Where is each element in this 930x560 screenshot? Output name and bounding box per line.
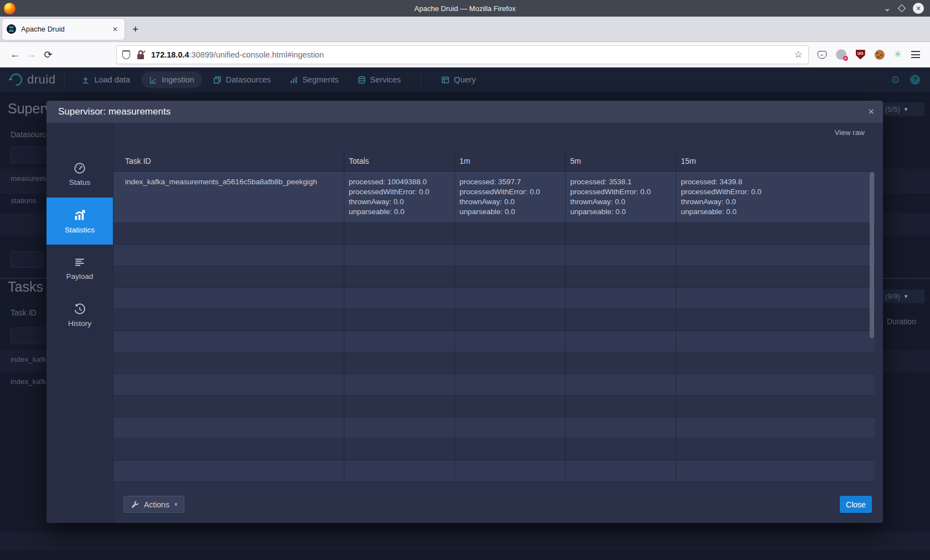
table-cell — [113, 245, 344, 266]
tab-close-icon[interactable]: ✕ — [110, 24, 120, 34]
nav-item-ingestion[interactable]: Ingestion — [141, 71, 202, 88]
table-row — [113, 288, 875, 309]
bookmark-star-icon[interactable]: ☆ — [794, 49, 803, 60]
ingestion-icon — [149, 76, 157, 84]
table-cell — [455, 245, 566, 266]
table-row — [113, 223, 875, 245]
table-cell — [566, 223, 676, 244]
table-cell — [344, 223, 455, 244]
table-header-row: Task ID Totals 1m 5m 15m — [113, 151, 875, 172]
table-row: index_kafka_measurements_a5616c5ba8afb8b… — [113, 172, 875, 223]
nav-separator — [64, 74, 65, 86]
badge-label: (9/9) — [885, 292, 900, 300]
table-scrollbar[interactable] — [870, 172, 874, 338]
datasources-icon — [213, 76, 221, 84]
table-cell — [344, 245, 455, 266]
table-cell — [455, 266, 566, 287]
table-row — [113, 352, 875, 374]
nav-item-datasources[interactable]: Datasources — [205, 71, 278, 88]
nav-item-services[interactable]: Services — [350, 71, 409, 88]
column-header-15m[interactable]: 15m — [676, 151, 875, 171]
nav-item-label: Load data — [94, 75, 130, 84]
forward-button[interactable]: → — [23, 49, 40, 60]
table-cell — [344, 417, 455, 438]
firefox-window: Apache Druid — Mozilla Firefox ⌄ ✕ Apach… — [0, 0, 930, 560]
table-row — [113, 396, 875, 417]
table-cell — [455, 331, 566, 352]
column-header-totals[interactable]: Totals — [344, 151, 455, 171]
browser-tab[interactable]: Apache Druid ✕ — [2, 19, 125, 40]
column-header-5m[interactable]: 5m — [566, 151, 676, 171]
table-cell — [113, 374, 344, 395]
settings-gear-icon[interactable]: ⚙ — [891, 74, 900, 86]
window-close-icon[interactable]: ✕ — [913, 3, 924, 14]
dialog-footer: Actions ▾ Close — [113, 489, 883, 523]
table-cell — [676, 331, 875, 352]
window-maximize-icon[interactable] — [898, 4, 906, 12]
datasource-column-header[interactable]: Datasource — [11, 130, 50, 139]
table-cell — [344, 352, 455, 374]
new-tab-button[interactable]: + — [132, 23, 138, 35]
totals-cell: processed: 10049388.0processedWithError:… — [344, 172, 455, 222]
nav-item-label: Datasources — [226, 75, 271, 84]
task-id-cell[interactable]: index_kafka — [11, 377, 50, 386]
task-id-cell[interactable]: index_kafka — [11, 355, 50, 364]
browser-toolbar: ← → ⟳ 172.18.0.4:30899/unified-console.h… — [0, 42, 930, 68]
close-button[interactable]: Close — [840, 496, 872, 513]
nav-item-query[interactable]: Query — [433, 71, 484, 88]
dialog-close-icon[interactable]: ✕ — [867, 107, 875, 117]
services-icon — [358, 76, 366, 84]
window-minimize-icon[interactable]: ⌄ — [884, 6, 891, 11]
table-cell — [344, 288, 455, 309]
caret-down-icon: ▾ — [174, 501, 178, 508]
view-raw-link[interactable]: View raw — [834, 128, 865, 137]
help-icon[interactable]: ? — [910, 75, 920, 85]
tasks-count-badge[interactable]: (9/9) ▾ — [880, 289, 924, 303]
column-header-1m[interactable]: 1m — [455, 151, 566, 171]
table-cell — [566, 288, 676, 309]
tab-bar: Apache Druid ✕ + — [0, 17, 930, 42]
table-cell — [455, 417, 566, 438]
nav-item-label: Services — [370, 75, 401, 84]
badge-label: (5/5) — [885, 105, 900, 113]
tracking-protection-shield-icon[interactable] — [122, 50, 130, 59]
druid-logo-icon — [9, 72, 23, 87]
nav-item-segments[interactable]: Segments — [282, 71, 346, 88]
table-cell — [344, 266, 455, 287]
table-cell — [113, 331, 344, 352]
table-cell — [113, 266, 344, 287]
account-icon[interactable]: ✕ — [836, 49, 846, 60]
extension-asterisk-icon[interactable]: ✳ — [894, 49, 902, 60]
table-cell — [344, 396, 455, 417]
tab-history[interactable]: History — [46, 292, 113, 339]
druid-favicon-icon — [7, 24, 16, 34]
pocket-icon[interactable]: ⌄ — [818, 51, 826, 59]
nav-item-load-data[interactable]: Load data — [74, 71, 138, 88]
table-cell — [566, 266, 676, 287]
actions-button[interactable]: Actions ▾ — [123, 496, 184, 513]
dashboard-gauge-icon — [74, 162, 86, 174]
nav-item-label: Query — [454, 75, 476, 84]
close-button-label: Close — [846, 500, 866, 509]
supervisor-datasource-cell[interactable]: stations — [11, 196, 37, 205]
tab-status[interactable]: Status — [46, 151, 113, 198]
ublock-extension-icon[interactable]: UO — [856, 50, 865, 60]
druid-brand[interactable]: druid — [9, 72, 55, 87]
back-button[interactable]: ← — [7, 49, 23, 60]
cookie-extension-icon[interactable] — [875, 50, 885, 60]
tab-payload[interactable]: Payload — [46, 245, 113, 292]
table-cell — [676, 266, 875, 287]
table-cell — [344, 331, 455, 352]
duration-column-header[interactable]: Duration — [887, 317, 916, 326]
insecure-lock-icon[interactable] — [137, 50, 145, 59]
url-text[interactable]: 172.18.0.4:30899/unified-console.html#in… — [151, 50, 794, 59]
url-bar[interactable]: 172.18.0.4:30899/unified-console.html#in… — [116, 45, 809, 64]
reload-button[interactable]: ⟳ — [40, 49, 56, 61]
supervisors-count-badge[interactable]: (5/5) ▾ — [880, 102, 924, 116]
menu-hamburger-icon[interactable] — [911, 51, 920, 58]
task-id-column-header[interactable]: Task ID — [11, 308, 37, 317]
tab-statistics[interactable]: Statistics — [46, 198, 113, 245]
table-cell — [566, 352, 676, 374]
table-cell — [676, 396, 875, 417]
column-header-task-id[interactable]: Task ID — [113, 151, 344, 171]
